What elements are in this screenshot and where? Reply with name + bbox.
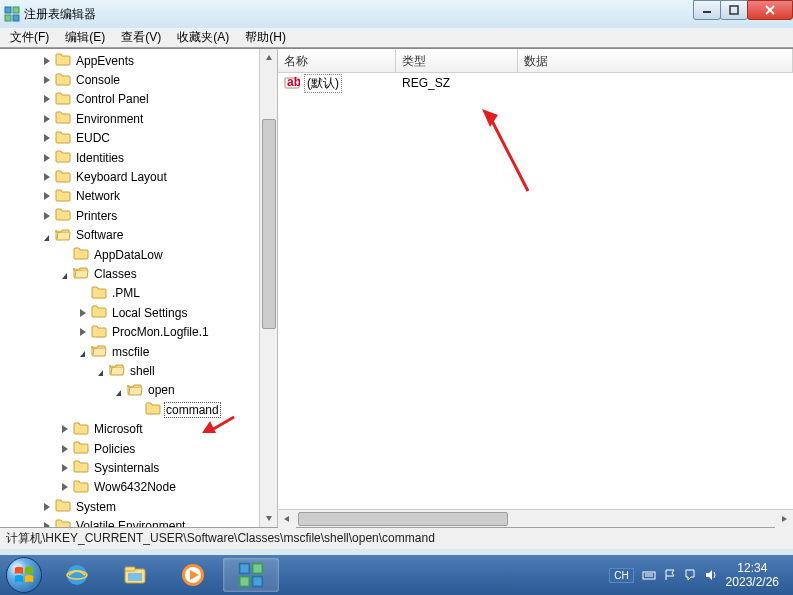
folder-icon <box>55 130 74 147</box>
column-type[interactable]: 类型 <box>396 49 518 72</box>
collapse-icon[interactable] <box>40 229 53 242</box>
menu-help[interactable]: 帮助(H) <box>239 28 292 47</box>
tree-item[interactable]: Printers <box>0 206 260 225</box>
scroll-up-button[interactable] <box>260 49 278 67</box>
tray-flag-icon[interactable] <box>664 568 676 582</box>
tree-item[interactable]: ProcMon.Logfile.1 <box>0 322 260 341</box>
expand-icon[interactable] <box>40 190 53 203</box>
maximize-button[interactable] <box>720 0 748 20</box>
column-name[interactable]: 名称 <box>278 49 396 72</box>
tree-item[interactable]: Identities <box>0 148 260 167</box>
tree-scrollbar-vertical[interactable] <box>259 49 277 527</box>
expand-icon[interactable] <box>40 209 53 222</box>
tree-item[interactable]: Volatile Environment <box>0 516 260 527</box>
collapse-icon[interactable] <box>112 384 125 397</box>
tree-item[interactable]: AppEvents <box>0 51 260 70</box>
expand-icon[interactable] <box>40 171 53 184</box>
volume-icon[interactable] <box>704 568 718 582</box>
folder-icon <box>55 188 74 205</box>
tree-item-label: Network <box>74 189 122 203</box>
tree-item[interactable]: Classes <box>0 264 260 283</box>
folder-icon <box>73 440 92 457</box>
tree-item[interactable]: Environment <box>0 109 260 128</box>
tree-item[interactable]: Console <box>0 70 260 89</box>
tree-item[interactable]: Sysinternals <box>0 458 260 477</box>
svg-marker-14 <box>284 516 289 522</box>
list-scrollbar-horizontal[interactable] <box>278 509 793 527</box>
scroll-right-button[interactable] <box>775 510 793 528</box>
action-center-icon[interactable] <box>684 568 696 582</box>
tree-item-label: AppEvents <box>74 54 136 68</box>
tree-item-label: Volatile Environment <box>74 519 187 527</box>
tree-view[interactable]: AppEventsConsoleControl PanelEnvironment… <box>0 49 260 527</box>
tree-item[interactable]: Control Panel <box>0 90 260 109</box>
expand-icon[interactable] <box>40 93 53 106</box>
expand-icon[interactable] <box>76 306 89 319</box>
regedit-icon <box>4 6 20 22</box>
expand-icon[interactable] <box>40 54 53 67</box>
scroll-thumb[interactable] <box>298 512 508 526</box>
folder-icon <box>55 72 74 89</box>
tree-item[interactable]: .PML <box>0 284 260 303</box>
folder-icon <box>55 498 74 515</box>
tree-item[interactable]: Software <box>0 226 260 245</box>
tree-pane: AppEventsConsoleControl PanelEnvironment… <box>0 49 278 527</box>
expand-icon[interactable] <box>40 112 53 125</box>
tree-item-label: Sysinternals <box>92 461 161 475</box>
menu-favorites[interactable]: 收藏夹(A) <box>171 28 235 47</box>
tree-item[interactable]: EUDC <box>0 129 260 148</box>
keyboard-icon[interactable] <box>642 568 656 582</box>
language-indicator[interactable]: CH <box>609 568 633 583</box>
column-data[interactable]: 数据 <box>518 49 793 72</box>
taskbar-item-explorer[interactable] <box>107 558 163 592</box>
tree-item-label: .PML <box>110 286 142 300</box>
expand-icon[interactable] <box>58 481 71 494</box>
main-content: AppEventsConsoleControl PanelEnvironment… <box>0 48 793 527</box>
menu-file[interactable]: 文件(F) <box>4 28 55 47</box>
tree-item[interactable]: open <box>0 381 260 400</box>
menu-edit[interactable]: 编辑(E) <box>59 28 111 47</box>
list-row[interactable]: ab (默认) REG_SZ <box>278 73 793 93</box>
list-body[interactable]: ab (默认) REG_SZ <box>278 73 793 509</box>
scroll-thumb[interactable] <box>262 119 276 329</box>
tree-item[interactable]: Wow6432Node <box>0 478 260 497</box>
expand-icon[interactable] <box>40 74 53 87</box>
tree-item[interactable]: Policies <box>0 439 260 458</box>
expand-icon[interactable] <box>40 500 53 513</box>
scroll-down-button[interactable] <box>260 509 278 527</box>
folder-icon <box>55 207 74 224</box>
collapse-icon[interactable] <box>58 267 71 280</box>
start-button[interactable] <box>0 555 48 595</box>
collapse-icon[interactable] <box>94 364 107 377</box>
clock[interactable]: 12:34 2023/2/26 <box>726 561 785 590</box>
tree-item[interactable]: Keyboard Layout <box>0 167 260 186</box>
expand-icon[interactable] <box>58 442 71 455</box>
minimize-button[interactable] <box>693 0 721 20</box>
menu-view[interactable]: 查看(V) <box>115 28 167 47</box>
tree-item[interactable]: command <box>0 400 260 419</box>
tree-item-label: Printers <box>74 209 119 223</box>
collapse-icon[interactable] <box>76 345 89 358</box>
expand-icon[interactable] <box>40 151 53 164</box>
value-name: (默认) <box>304 74 342 93</box>
expand-icon[interactable] <box>58 423 71 436</box>
svg-rect-26 <box>240 564 250 574</box>
expand-icon[interactable] <box>76 326 89 339</box>
taskbar-item-mediaplayer[interactable] <box>165 558 221 592</box>
svg-rect-21 <box>125 567 135 571</box>
expand-icon[interactable] <box>40 132 53 145</box>
tree-item[interactable]: shell <box>0 361 260 380</box>
tree-item[interactable]: mscfile <box>0 342 260 361</box>
tree-item[interactable]: Local Settings <box>0 303 260 322</box>
close-button[interactable] <box>747 0 793 20</box>
tree-item[interactable]: Network <box>0 187 260 206</box>
tree-item[interactable]: AppDataLow <box>0 245 260 264</box>
expand-icon[interactable] <box>40 520 53 527</box>
expand-icon[interactable] <box>58 461 71 474</box>
folder-icon <box>55 110 74 127</box>
tree-item[interactable]: System <box>0 497 260 516</box>
scroll-left-button[interactable] <box>278 510 296 528</box>
taskbar-item-regedit[interactable] <box>223 558 279 592</box>
taskbar-item-ie[interactable] <box>49 558 105 592</box>
tree-item[interactable]: Microsoft <box>0 419 260 438</box>
